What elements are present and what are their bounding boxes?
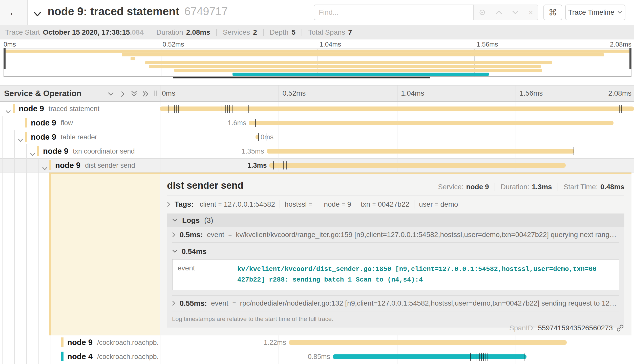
span-duration-bar[interactable] xyxy=(267,149,574,154)
log-value: kv/kvclient/kvcoord/dist_sender.go:1850 … xyxy=(237,264,599,285)
log-entry-header[interactable]: 0.54ms xyxy=(172,245,619,258)
trace-start-ms-suffix: .084 xyxy=(130,28,144,36)
duration-label: Duration: xyxy=(501,183,530,191)
minimap-span-bar xyxy=(4,50,631,53)
span-detail-panel: dist sender send Service:node 9 Duration… xyxy=(160,174,631,335)
find-prev-chevron-up-icon[interactable] xyxy=(495,10,502,15)
operation-name: traced statement xyxy=(49,105,99,113)
tags-label: Tags: xyxy=(175,200,194,208)
span-row--cockroach-roachpb-i-[interactable]: node 4/cockroach.roachpb.I…0.85ms xyxy=(0,350,634,364)
log-entry[interactable]: 0.55ms: event= rpc/nodedialer/nodedialer… xyxy=(172,296,619,311)
start-time-label: Start Time: xyxy=(564,183,598,191)
chevron-down-icon xyxy=(172,249,178,253)
logs-header[interactable]: Logs (3) xyxy=(167,213,624,227)
ruler-gridline xyxy=(279,85,279,101)
log-marker-tick xyxy=(470,353,471,361)
span-id-value: 5597415943526560273 xyxy=(538,324,613,332)
time-tick-label: 0ms xyxy=(162,85,175,101)
service-color-chip xyxy=(13,104,15,113)
log-marker-tick xyxy=(229,105,230,113)
divider xyxy=(150,29,150,36)
span-duration-label: 1.6ms xyxy=(0,116,246,130)
minimap-span-bar xyxy=(145,61,552,64)
logs-count: (3) xyxy=(204,216,213,225)
log-marker-tick xyxy=(273,161,274,169)
tag-value: 9 xyxy=(347,200,351,208)
log-marker-tick xyxy=(168,105,169,113)
tag-key: user xyxy=(419,200,433,208)
duration-value: 2.08ms xyxy=(186,28,210,36)
minimap-scroll-indicator[interactable] xyxy=(173,77,430,78)
service-color-chip xyxy=(25,132,27,142)
minimap-left-scrubber[interactable] xyxy=(4,48,6,69)
collapse-one-chevron-down-icon[interactable] xyxy=(107,90,114,99)
span-duration-label: 1.22ms xyxy=(0,335,286,350)
depth-label: Depth xyxy=(270,28,289,36)
trace-name: node 9: traced statement xyxy=(48,5,179,17)
find-next-chevron-down-icon[interactable] xyxy=(512,10,519,15)
timeline-header: Service & Operation 0ms0.52ms1.04ms1.56m… xyxy=(0,85,634,102)
log-marker-tick xyxy=(174,105,175,113)
log-marker-tick xyxy=(574,147,574,155)
log-marker-tick xyxy=(248,105,249,113)
span-row-txn-coordinator-send[interactable]: node 9txn coordinator send1.35ms xyxy=(0,144,634,158)
trace-timeline-page: ← node 9: traced statement6749717 × ⌘ Tr… xyxy=(0,0,634,364)
log-entry[interactable]: 0.5ms: event= kv/kvclient/kvcoord/range_… xyxy=(172,227,619,243)
span-duration-bar[interactable] xyxy=(333,354,526,359)
span-row--cockroach-roachpb-i-[interactable]: node 9/cockroach.roachpb.I…1.22ms xyxy=(0,335,634,350)
tag-value: 00427b22 xyxy=(378,200,409,208)
span-duration-label: 0ms xyxy=(261,130,273,144)
clear-find-close-icon[interactable]: × xyxy=(529,8,533,16)
span-duration-bar[interactable] xyxy=(160,106,634,111)
trace-view-selector-button[interactable]: Trace Timeline xyxy=(565,5,625,20)
expand-one-chevron-right-icon[interactable] xyxy=(119,90,126,99)
column-resize-handle[interactable] xyxy=(154,91,157,96)
chevron-right-icon xyxy=(172,232,176,238)
log-summary: kv/kvclient/kvcoord/range_iter.go:159 [n… xyxy=(236,231,619,239)
minimap-canvas[interactable] xyxy=(4,49,631,77)
log-entry-expanded: 0.54ms event kv/kvclient/kvcoord/dist_se… xyxy=(172,243,619,296)
collapse-trace-chevron-down-icon[interactable] xyxy=(33,10,41,19)
log-marker-tick xyxy=(232,105,233,113)
expand-chevron-down-icon[interactable] xyxy=(18,135,23,144)
minimap-span-bar xyxy=(174,69,542,72)
start-time-value: 0.48ms xyxy=(600,183,624,191)
log-key: event xyxy=(211,299,228,307)
tags-row[interactable]: Tags: client=127.0.0.1:54582 hostssl= no… xyxy=(167,200,624,208)
expand-chevron-down-icon[interactable] xyxy=(6,107,11,116)
log-marker-tick xyxy=(621,105,622,113)
span-row-dist-sender-send[interactable]: node 9dist sender send1.3ms xyxy=(0,158,634,173)
expand-all-double-chevron-right-icon[interactable] xyxy=(142,90,149,99)
log-marker-tick xyxy=(619,105,620,113)
view-selector-label: Trace Timeline xyxy=(568,8,615,16)
divider xyxy=(216,29,217,36)
log-marker-tick xyxy=(483,353,484,361)
span-id-label: SpanID: xyxy=(509,324,535,332)
deep-link-icon[interactable] xyxy=(616,324,624,332)
duration-label: Duration xyxy=(156,28,183,36)
logs-body: 0.5ms: event= kv/kvclient/kvcoord/range_… xyxy=(167,227,624,328)
locate-icon[interactable] xyxy=(478,9,486,16)
span-duration-bar[interactable] xyxy=(289,340,567,345)
span-duration-bar[interactable] xyxy=(269,163,565,168)
keyboard-shortcuts-button[interactable]: ⌘ xyxy=(543,5,562,20)
minimap-right-scrubber[interactable] xyxy=(629,48,631,69)
span-row-flow[interactable]: node 9flow1.6ms xyxy=(0,116,634,130)
span-row-table-reader[interactable]: node 9table reader0ms xyxy=(0,130,634,144)
time-tick-label: 0.52ms xyxy=(283,85,306,101)
service-operation-header: Service & Operation xyxy=(4,85,81,101)
find-input[interactable] xyxy=(314,5,474,20)
log-timestamp: 0.55ms: xyxy=(180,299,207,308)
collapse-all-double-chevron-down-icon[interactable] xyxy=(131,90,138,99)
span-name: node 9traced statement xyxy=(19,102,99,116)
span-row-traced-statement[interactable]: node 9traced statement xyxy=(0,102,634,116)
span-duration-label: 1.35ms xyxy=(0,144,264,158)
tree-indent-guide xyxy=(26,144,27,364)
timeline-body: node 9traced statementnode 9flow1.6msnod… xyxy=(0,102,634,364)
timeline-ruler: 0ms0.52ms1.04ms1.56ms2.08ms xyxy=(160,85,634,101)
operation-name: table reader xyxy=(61,133,97,141)
span-duration-bar[interactable] xyxy=(249,121,614,125)
back-button[interactable]: ← xyxy=(0,0,28,25)
trace-id: 6749717 xyxy=(184,5,228,17)
tag-key: txn xyxy=(361,200,370,208)
